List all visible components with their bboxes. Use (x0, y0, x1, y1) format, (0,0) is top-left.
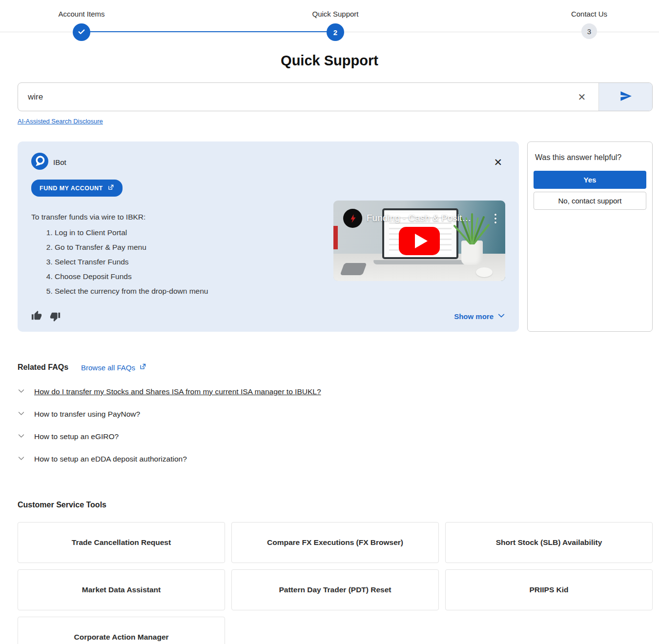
page-title: Quick Support (0, 53, 659, 69)
tool-corporate-action-manager[interactable]: Corporate Action Manager (18, 617, 225, 644)
feedback-question: Was this answer helpful? (535, 153, 645, 162)
ibot-answer-card: IBot ✕ FUND MY ACCOUNT To transfer funds… (18, 141, 519, 332)
browse-all-faqs-link[interactable]: Browse all FAQs (81, 363, 146, 372)
step-number: 2 (333, 28, 337, 37)
video-menu-kebab-icon[interactable] (493, 212, 498, 225)
faq-question: How to transfer using PayNow? (34, 410, 140, 419)
external-link-icon (107, 184, 114, 192)
close-answer-button[interactable]: ✕ (491, 156, 505, 168)
step-label: Contact Us (535, 10, 643, 18)
chevron-down-icon (18, 410, 25, 419)
browse-all-label: Browse all FAQs (81, 363, 135, 372)
tool-priips-kid[interactable]: PRIIPS Kid (445, 569, 653, 610)
tool-compare-fx-executions[interactable]: Compare FX Executions (FX Browser) (231, 522, 439, 563)
chevron-down-icon (18, 432, 25, 442)
video-thumbnail[interactable]: Funding - Cash & Posit… (333, 201, 505, 281)
answer-step: Select Transfer Funds (55, 255, 324, 269)
ibot-body: To transfer funds via wire to IBKR: Log … (31, 197, 505, 299)
show-more-button[interactable]: Show more (454, 312, 505, 321)
video-phone (340, 263, 367, 275)
tool-market-data-assistant[interactable]: Market Data Assistant (18, 569, 225, 610)
step-contact-us[interactable]: Contact Us 3 (535, 10, 643, 39)
video-mouse (476, 267, 493, 277)
show-more-label: Show more (454, 312, 494, 321)
step-upcoming-circle[interactable]: 3 (581, 23, 597, 39)
fund-my-account-button[interactable]: FUND MY ACCOUNT (31, 180, 123, 197)
clear-search-button[interactable]: ✕ (565, 83, 598, 111)
faq-section-title: Related FAQs (18, 363, 68, 372)
faq-question: How to setup an eGIRO? (34, 432, 119, 441)
thumbs-up-icon[interactable] (31, 309, 42, 323)
feedback-yes-button[interactable]: Yes (534, 171, 646, 189)
ibot-answer-text: To transfer funds via wire to IBKR: Log … (31, 197, 324, 299)
faq-question: How to setup an eDDA deposit authorizati… (34, 455, 187, 463)
faq-list: How do I transfer my Stocks and Shares I… (18, 381, 653, 470)
search-input[interactable] (18, 83, 565, 111)
tool-trade-cancellation-request[interactable]: Trade Cancellation Request (18, 522, 225, 563)
fund-button-label: FUND MY ACCOUNT (40, 185, 103, 192)
clear-icon: ✕ (578, 91, 586, 103)
answer-step: Select the currency from the drop-down m… (55, 284, 324, 299)
thumbs-down-icon[interactable] (50, 311, 61, 323)
tool-short-stock-availability[interactable]: Short Stock (SLB) Availability (445, 522, 653, 563)
answer-step-list: Log in to Client Portal Go to Transfer &… (31, 225, 324, 299)
send-icon (619, 90, 632, 104)
faq-item[interactable]: How do I transfer my Stocks and Shares I… (18, 381, 653, 403)
ibot-name-label: IBot (53, 158, 66, 166)
ai-search-disclosure-link[interactable]: AI-Assisted Search Disclosure (18, 118, 103, 125)
ibot-header: IBot ✕ (31, 153, 505, 172)
faq-item[interactable]: How to transfer using PayNow? (18, 403, 653, 425)
step-quick-support[interactable]: Quick Support 2 (282, 10, 389, 41)
chevron-down-icon (497, 312, 505, 321)
channel-avatar (343, 209, 362, 228)
customer-service-tools-section: Customer Service Tools Trade Cancellatio… (18, 501, 653, 644)
answer-feedback-panel: Was this answer helpful? Yes No, contact… (527, 141, 653, 332)
feedback-no-button[interactable]: No, contact support (534, 192, 646, 210)
faq-header: Related FAQs Browse all FAQs (18, 363, 653, 372)
faq-item[interactable]: How to setup an eDDA deposit authorizati… (18, 448, 653, 470)
search-submit-button[interactable] (598, 83, 652, 111)
answer-step: Choose Deposit Funds (55, 269, 324, 284)
step-label: Quick Support (282, 10, 389, 18)
tools-section-title: Customer Service Tools (18, 501, 653, 509)
answer-footer: Show more (31, 309, 505, 323)
play-icon (415, 234, 428, 248)
faq-question: How do I transfer my Stocks and Shares I… (34, 387, 321, 396)
check-icon (77, 27, 86, 38)
answer-intro: To transfer funds via wire to IBKR: (31, 213, 324, 221)
ibot-logo-icon (31, 153, 48, 172)
chevron-down-icon (18, 387, 25, 397)
related-faqs-section: Related FAQs Browse all FAQs How do I tr… (18, 363, 653, 470)
tools-grid: Trade Cancellation Request Compare FX Ex… (18, 522, 653, 644)
faq-item[interactable]: How to setup an eGIRO? (18, 425, 653, 448)
step-complete-circle[interactable] (73, 23, 90, 41)
external-link-icon (139, 363, 146, 372)
chevron-down-icon (18, 455, 25, 464)
answer-step: Log in to Client Portal (55, 225, 324, 240)
main-content: IBot ✕ FUND MY ACCOUNT To transfer funds… (18, 141, 653, 332)
search-bar: ✕ (18, 82, 653, 111)
feedback-thumbs (31, 309, 61, 323)
stepper: Account Items Quick Support 2 Contact Us… (0, 0, 659, 45)
close-icon: ✕ (494, 157, 502, 168)
answer-step: Go to Transfer & Pay menu (55, 240, 324, 255)
step-account-items[interactable]: Account Items (28, 10, 135, 41)
video-title: Funding - Cash & Posit… (367, 213, 483, 223)
step-number: 3 (587, 27, 591, 36)
step-active-circle[interactable]: 2 (327, 23, 344, 41)
step-label: Account Items (28, 10, 135, 18)
tool-pattern-day-trader-reset[interactable]: Pattern Day Trader (PDT) Reset (231, 569, 439, 610)
play-button[interactable] (399, 227, 440, 255)
